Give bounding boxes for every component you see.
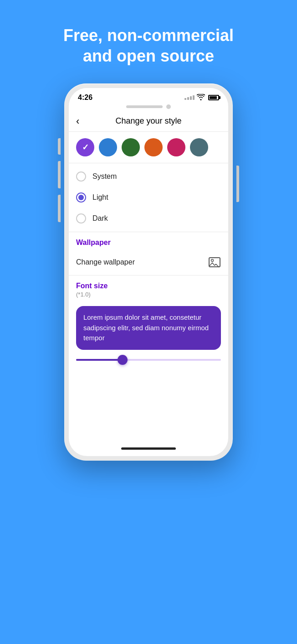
radio-circle-system (76, 171, 86, 182)
status-bar: 4:26 (69, 88, 228, 104)
radio-option-system[interactable]: System (69, 166, 228, 187)
status-time: 4:26 (78, 93, 92, 102)
battery-icon (208, 95, 219, 100)
radio-label-light: Light (92, 193, 108, 202)
wifi-icon (197, 94, 205, 102)
font-size-multiplier: (*1.0) (76, 291, 221, 298)
notch-camera (166, 104, 171, 109)
radio-label-system: System (92, 172, 117, 181)
color-swatch-blue[interactable] (99, 138, 117, 156)
font-size-slider-container[interactable] (69, 354, 228, 370)
phone-button-vol-up (58, 161, 61, 188)
slider-track (76, 359, 221, 361)
signal-icon (184, 95, 195, 100)
font-size-header: Font size (76, 282, 221, 290)
home-indicator (69, 443, 228, 456)
empty-space (69, 370, 228, 443)
color-swatch-orange[interactable] (144, 138, 163, 156)
color-swatch-teal[interactable] (190, 138, 208, 156)
status-icons (184, 94, 219, 102)
slider-fill (76, 359, 123, 361)
radio-option-dark[interactable]: Dark (69, 208, 228, 229)
hero-title: Free, non-commercialand open source (63, 25, 234, 66)
notch-area (69, 104, 228, 111)
app-header: ‹ Change your style (69, 111, 228, 132)
phone-button-vol-down (58, 195, 61, 222)
image-icon (208, 256, 221, 269)
back-button[interactable]: ‹ (76, 115, 79, 127)
phone-button-power (236, 166, 239, 202)
wallpaper-section-header: Wallpaper (69, 232, 228, 249)
color-swatch-green[interactable] (122, 138, 140, 156)
color-swatch-row (69, 132, 228, 163)
color-swatch-pink[interactable] (167, 138, 185, 156)
font-size-section: Font size (*1.0) (69, 275, 228, 301)
wallpaper-label: Change wallpaper (76, 258, 135, 266)
theme-radio-group: System Light Dark (69, 163, 228, 232)
notch-pill (126, 105, 163, 108)
font-preview-bubble: Lorem ipsum dolor sit amet, consetetur s… (76, 306, 221, 350)
svg-point-1 (211, 260, 214, 262)
slider-thumb[interactable] (118, 355, 128, 365)
wallpaper-row[interactable]: Change wallpaper (69, 249, 228, 275)
radio-label-dark: Dark (92, 214, 108, 223)
color-swatch-purple[interactable] (76, 138, 94, 156)
home-bar (121, 447, 176, 450)
font-preview-text: Lorem ipsum dolor sit amet, consetetur s… (83, 313, 209, 342)
radio-circle-dark (76, 213, 86, 223)
radio-option-light[interactable]: Light (69, 187, 228, 208)
phone-button-mute (58, 138, 61, 155)
radio-circle-light (76, 192, 86, 203)
page-title: Change your style (115, 116, 181, 126)
